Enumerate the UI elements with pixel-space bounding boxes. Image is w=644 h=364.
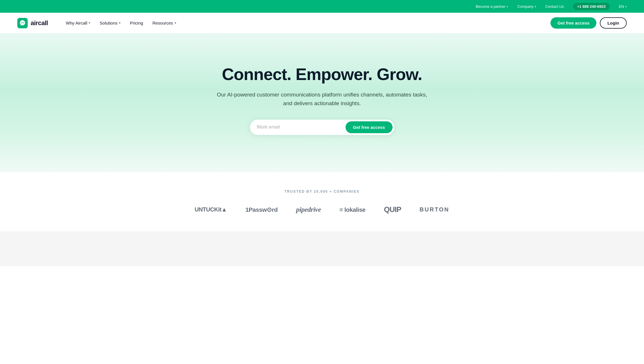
hero-subtitle: Our AI-powered customer communications p… (212, 90, 432, 108)
nav-why-aircall[interactable]: Why Aircall ▾ (62, 18, 94, 28)
hero-section: Connect. Empower. Grow. Our AI-powered c… (0, 34, 644, 172)
language-selector[interactable]: EN ▾ (619, 4, 627, 9)
contact-us-link[interactable]: Contact Us (545, 4, 564, 9)
become-partner-link[interactable]: Become a partner ▾ (476, 4, 508, 9)
company-chevron: ▾ (535, 5, 536, 8)
phone-button[interactable]: +1 888 240-6923 (573, 3, 610, 10)
nav-resources[interactable]: Resources ▾ (148, 18, 180, 28)
nav-login-button[interactable]: Login (600, 17, 627, 29)
nav-pricing[interactable]: Pricing (126, 18, 147, 28)
hero-get-access-button[interactable]: Get free access (346, 121, 393, 133)
bottom-section (0, 231, 644, 266)
language-chevron: ▾ (625, 5, 627, 8)
work-email-input[interactable] (257, 125, 346, 130)
logo-untuckit: UNTUCKit▲ (195, 206, 227, 213)
solutions-chevron: ▾ (119, 21, 121, 25)
logo-link[interactable]: aircall (17, 18, 48, 28)
become-partner-chevron: ▾ (507, 5, 508, 8)
logo-burton: BURTON (420, 206, 449, 213)
resources-chevron: ▾ (175, 21, 176, 25)
logo-quip: QUIP (384, 205, 401, 214)
nav-get-access-button[interactable]: Get free access (550, 17, 596, 29)
nav-links: Why Aircall ▾ Solutions ▾ Pricing Resour… (62, 18, 550, 28)
trusted-section: TRUSTED BY 20,000 + COMPANIES UNTUCKit▲ … (0, 172, 644, 226)
logo-pipedrive: pipedrive (296, 206, 321, 213)
why-aircall-chevron: ▾ (89, 21, 90, 25)
logo-text: aircall (31, 19, 48, 27)
svg-point-2 (22, 22, 23, 23)
company-link[interactable]: Company ▾ (517, 4, 536, 9)
top-bar: Become a partner ▾ Company ▾ Contact Us … (0, 0, 644, 13)
nav-solutions[interactable]: Solutions ▾ (96, 18, 125, 28)
svg-point-1 (21, 22, 22, 23)
company-logos-row: UNTUCKit▲ 1Passw⊙rd pipedrive ≡ lokalise… (17, 205, 627, 214)
main-nav: aircall Why Aircall ▾ Solutions ▾ Pricin… (0, 13, 644, 34)
svg-point-3 (23, 22, 24, 23)
hero-form: Get free access (250, 120, 394, 135)
logo-lokalise: ≡ lokalise (339, 206, 365, 213)
hero-title: Connect. Empower. Grow. (222, 65, 422, 83)
trusted-label: TRUSTED BY 20,000 + COMPANIES (17, 190, 627, 194)
nav-actions: Get free access Login (550, 17, 627, 29)
aircall-logo-icon (17, 18, 28, 28)
logo-1password: 1Passw⊙rd (245, 206, 278, 213)
